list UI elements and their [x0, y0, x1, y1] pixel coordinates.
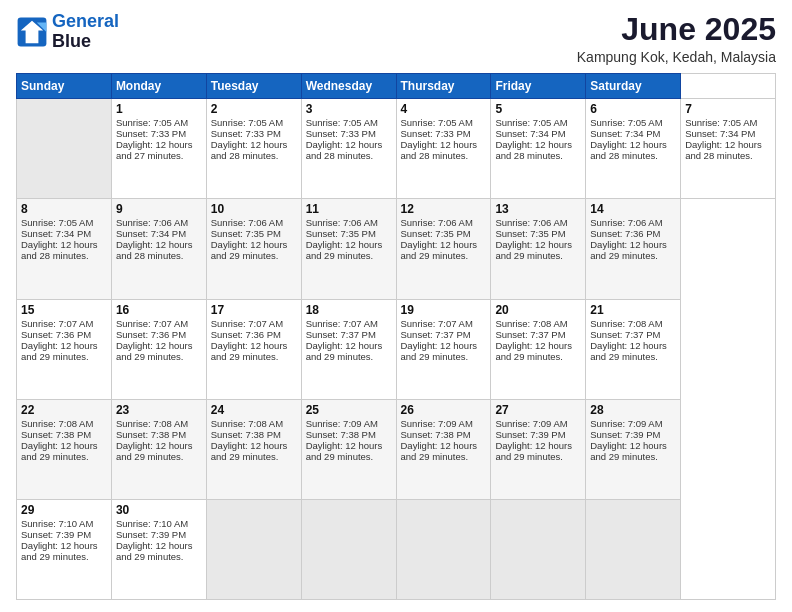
- day-number: 14: [590, 202, 676, 216]
- calendar-cell: 17Sunrise: 7:07 AM Sunset: 7:36 PM Dayli…: [206, 299, 301, 399]
- day-info: Sunrise: 7:06 AM Sunset: 7:35 PM Dayligh…: [211, 217, 288, 261]
- day-info: Sunrise: 7:09 AM Sunset: 7:38 PM Dayligh…: [401, 418, 478, 462]
- day-info: Sunrise: 7:05 AM Sunset: 7:33 PM Dayligh…: [306, 117, 383, 161]
- calendar-cell: 3Sunrise: 7:05 AM Sunset: 7:33 PM Daylig…: [301, 99, 396, 199]
- day-number: 2: [211, 102, 297, 116]
- logo-text: General Blue: [52, 12, 119, 52]
- day-info: Sunrise: 7:05 AM Sunset: 7:34 PM Dayligh…: [495, 117, 572, 161]
- day-number: 28: [590, 403, 676, 417]
- day-info: Sunrise: 7:05 AM Sunset: 7:34 PM Dayligh…: [21, 217, 98, 261]
- day-number: 4: [401, 102, 487, 116]
- day-info: Sunrise: 7:08 AM Sunset: 7:38 PM Dayligh…: [116, 418, 193, 462]
- calendar-cell: 27Sunrise: 7:09 AM Sunset: 7:39 PM Dayli…: [491, 399, 586, 499]
- calendar-cell: 8Sunrise: 7:05 AM Sunset: 7:34 PM Daylig…: [17, 199, 112, 299]
- day-number: 23: [116, 403, 202, 417]
- calendar-cell: 16Sunrise: 7:07 AM Sunset: 7:36 PM Dayli…: [111, 299, 206, 399]
- calendar-cell: 4Sunrise: 7:05 AM Sunset: 7:33 PM Daylig…: [396, 99, 491, 199]
- calendar-cell: 18Sunrise: 7:07 AM Sunset: 7:37 PM Dayli…: [301, 299, 396, 399]
- calendar-cell: 23Sunrise: 7:08 AM Sunset: 7:38 PM Dayli…: [111, 399, 206, 499]
- week-row-3: 22Sunrise: 7:08 AM Sunset: 7:38 PM Dayli…: [17, 399, 776, 499]
- calendar-cell: 30Sunrise: 7:10 AM Sunset: 7:39 PM Dayli…: [111, 499, 206, 599]
- calendar-cell: 26Sunrise: 7:09 AM Sunset: 7:38 PM Dayli…: [396, 399, 491, 499]
- day-number: 30: [116, 503, 202, 517]
- day-number: 1: [116, 102, 202, 116]
- calendar-header-row: SundayMondayTuesdayWednesdayThursdayFrid…: [17, 74, 776, 99]
- calendar-cell: 28Sunrise: 7:09 AM Sunset: 7:39 PM Dayli…: [586, 399, 681, 499]
- day-info: Sunrise: 7:09 AM Sunset: 7:39 PM Dayligh…: [495, 418, 572, 462]
- day-info: Sunrise: 7:07 AM Sunset: 7:36 PM Dayligh…: [211, 318, 288, 362]
- day-info: Sunrise: 7:07 AM Sunset: 7:37 PM Dayligh…: [401, 318, 478, 362]
- day-number: 27: [495, 403, 581, 417]
- day-info: Sunrise: 7:05 AM Sunset: 7:34 PM Dayligh…: [590, 117, 667, 161]
- calendar-cell: [206, 499, 301, 599]
- day-info: Sunrise: 7:06 AM Sunset: 7:35 PM Dayligh…: [401, 217, 478, 261]
- location: Kampung Kok, Kedah, Malaysia: [577, 49, 776, 65]
- day-number: 26: [401, 403, 487, 417]
- day-number: 11: [306, 202, 392, 216]
- week-row-4: 29Sunrise: 7:10 AM Sunset: 7:39 PM Dayli…: [17, 499, 776, 599]
- day-number: 21: [590, 303, 676, 317]
- day-number: 12: [401, 202, 487, 216]
- day-number: 15: [21, 303, 107, 317]
- day-number: 3: [306, 102, 392, 116]
- day-number: 25: [306, 403, 392, 417]
- calendar-cell: 5Sunrise: 7:05 AM Sunset: 7:34 PM Daylig…: [491, 99, 586, 199]
- day-header-thursday: Thursday: [396, 74, 491, 99]
- calendar-cell: 12Sunrise: 7:06 AM Sunset: 7:35 PM Dayli…: [396, 199, 491, 299]
- day-info: Sunrise: 7:08 AM Sunset: 7:37 PM Dayligh…: [495, 318, 572, 362]
- calendar-cell: 29Sunrise: 7:10 AM Sunset: 7:39 PM Dayli…: [17, 499, 112, 599]
- day-number: 19: [401, 303, 487, 317]
- day-number: 6: [590, 102, 676, 116]
- day-number: 9: [116, 202, 202, 216]
- day-info: Sunrise: 7:08 AM Sunset: 7:37 PM Dayligh…: [590, 318, 667, 362]
- calendar-cell: 19Sunrise: 7:07 AM Sunset: 7:37 PM Dayli…: [396, 299, 491, 399]
- day-info: Sunrise: 7:09 AM Sunset: 7:39 PM Dayligh…: [590, 418, 667, 462]
- day-number: 16: [116, 303, 202, 317]
- day-info: Sunrise: 7:07 AM Sunset: 7:37 PM Dayligh…: [306, 318, 383, 362]
- day-number: 22: [21, 403, 107, 417]
- calendar-cell: 22Sunrise: 7:08 AM Sunset: 7:38 PM Dayli…: [17, 399, 112, 499]
- calendar-cell: 7Sunrise: 7:05 AM Sunset: 7:34 PM Daylig…: [681, 99, 776, 199]
- calendar-cell: 15Sunrise: 7:07 AM Sunset: 7:36 PM Dayli…: [17, 299, 112, 399]
- day-header-monday: Monday: [111, 74, 206, 99]
- day-info: Sunrise: 7:05 AM Sunset: 7:33 PM Dayligh…: [116, 117, 193, 161]
- calendar-cell: 10Sunrise: 7:06 AM Sunset: 7:35 PM Dayli…: [206, 199, 301, 299]
- day-info: Sunrise: 7:10 AM Sunset: 7:39 PM Dayligh…: [21, 518, 98, 562]
- day-number: 8: [21, 202, 107, 216]
- calendar-cell: 2Sunrise: 7:05 AM Sunset: 7:33 PM Daylig…: [206, 99, 301, 199]
- day-info: Sunrise: 7:10 AM Sunset: 7:39 PM Dayligh…: [116, 518, 193, 562]
- day-info: Sunrise: 7:06 AM Sunset: 7:35 PM Dayligh…: [306, 217, 383, 261]
- calendar-cell: 21Sunrise: 7:08 AM Sunset: 7:37 PM Dayli…: [586, 299, 681, 399]
- calendar-cell: 25Sunrise: 7:09 AM Sunset: 7:38 PM Dayli…: [301, 399, 396, 499]
- day-header-wednesday: Wednesday: [301, 74, 396, 99]
- week-row-1: 8Sunrise: 7:05 AM Sunset: 7:34 PM Daylig…: [17, 199, 776, 299]
- calendar-cell: 9Sunrise: 7:06 AM Sunset: 7:34 PM Daylig…: [111, 199, 206, 299]
- day-header-sunday: Sunday: [17, 74, 112, 99]
- header: General Blue June 2025 Kampung Kok, Keda…: [16, 12, 776, 65]
- calendar-cell: 6Sunrise: 7:05 AM Sunset: 7:34 PM Daylig…: [586, 99, 681, 199]
- day-info: Sunrise: 7:05 AM Sunset: 7:34 PM Dayligh…: [685, 117, 762, 161]
- calendar-cell: [491, 499, 586, 599]
- week-row-0: 1Sunrise: 7:05 AM Sunset: 7:33 PM Daylig…: [17, 99, 776, 199]
- day-info: Sunrise: 7:07 AM Sunset: 7:36 PM Dayligh…: [21, 318, 98, 362]
- day-number: 24: [211, 403, 297, 417]
- day-info: Sunrise: 7:08 AM Sunset: 7:38 PM Dayligh…: [21, 418, 98, 462]
- calendar-cell: 13Sunrise: 7:06 AM Sunset: 7:35 PM Dayli…: [491, 199, 586, 299]
- logo-icon: [16, 16, 48, 48]
- day-info: Sunrise: 7:08 AM Sunset: 7:38 PM Dayligh…: [211, 418, 288, 462]
- empty-cell: [17, 99, 112, 199]
- logo: General Blue: [16, 12, 119, 52]
- calendar-cell: [396, 499, 491, 599]
- day-number: 5: [495, 102, 581, 116]
- calendar-body: 1Sunrise: 7:05 AM Sunset: 7:33 PM Daylig…: [17, 99, 776, 600]
- day-info: Sunrise: 7:06 AM Sunset: 7:34 PM Dayligh…: [116, 217, 193, 261]
- page: General Blue June 2025 Kampung Kok, Keda…: [0, 0, 792, 612]
- calendar-cell: 20Sunrise: 7:08 AM Sunset: 7:37 PM Dayli…: [491, 299, 586, 399]
- day-header-saturday: Saturday: [586, 74, 681, 99]
- day-info: Sunrise: 7:07 AM Sunset: 7:36 PM Dayligh…: [116, 318, 193, 362]
- day-number: 13: [495, 202, 581, 216]
- calendar-cell: [586, 499, 681, 599]
- day-number: 10: [211, 202, 297, 216]
- calendar-cell: [301, 499, 396, 599]
- calendar-cell: 11Sunrise: 7:06 AM Sunset: 7:35 PM Dayli…: [301, 199, 396, 299]
